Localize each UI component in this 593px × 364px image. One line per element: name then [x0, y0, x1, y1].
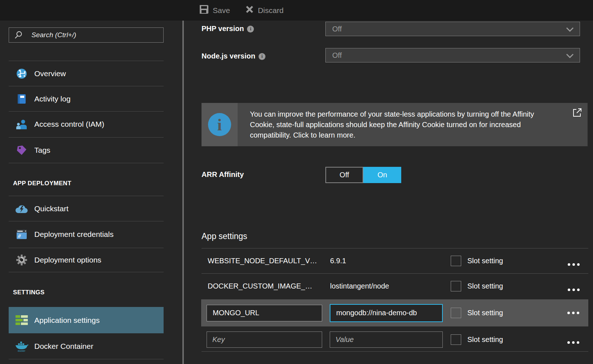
row-menu-button[interactable] [568, 263, 580, 266]
info-icon: i [247, 26, 254, 32]
tag-icon [15, 144, 29, 156]
book-icon [15, 93, 29, 105]
globe-icon [15, 68, 29, 80]
sidebar-item-label: Tags [34, 146, 50, 155]
save-label: Save [213, 6, 230, 15]
sidebar-item-activity-log[interactable]: Activity log [9, 86, 164, 111]
search-box [9, 27, 164, 43]
slot-setting-checkbox[interactable] [451, 308, 461, 318]
row-menu-button[interactable] [567, 341, 579, 344]
app-setting-row: WEBSITE_NODE_DEFAULT_V… 6.9.1 Slot setti… [202, 248, 588, 273]
divider [202, 351, 588, 352]
affinity-info-banner[interactable]: i You can improve the performance of you… [202, 103, 588, 146]
node-version-value: Off [332, 51, 342, 60]
sidebar: Overview Activity log Access control (IA… [0, 21, 182, 364]
app-setting-row: DOCKER_CUSTOM_IMAGE_… lostintangent/node… [202, 273, 588, 299]
setting-value: 6.9.1 [330, 257, 451, 265]
external-link-icon[interactable] [572, 107, 583, 118]
svg-text://: // [18, 233, 21, 239]
command-bar: Save Discard [0, 0, 593, 21]
slot-setting-checkbox[interactable] [451, 281, 461, 291]
save-icon [199, 5, 209, 16]
application-settings-panel: PHP version i Off Node.js version i Off … [184, 21, 593, 364]
app-setting-row-editing: Slot setting [201, 299, 588, 326]
sidebar-item-overview[interactable]: Overview [9, 61, 164, 86]
discard-x-icon [245, 5, 254, 16]
divider [9, 163, 164, 163]
sidebar-item-label: Quickstart [34, 204, 69, 213]
sidebar-item-tags[interactable]: Tags [9, 138, 164, 162]
sidebar-item-deployment-options[interactable]: Deployment options [9, 248, 164, 272]
sidebar-item-label: Deployment credentials [34, 230, 113, 239]
arr-affinity-on-button[interactable]: On [363, 167, 401, 183]
node-version-dropdown[interactable]: Off [325, 48, 580, 62]
sidebar-item-label: Application settings [34, 316, 100, 325]
arr-affinity-label: ARR Affinity [202, 169, 244, 179]
node-version-label-row: Node.js version i [202, 51, 265, 61]
sidebar-item-application-settings[interactable]: Application settings [9, 307, 164, 333]
divider [9, 272, 164, 272]
setting-key: DOCKER_CUSTOM_IMAGE_… [202, 282, 330, 290]
docker-caption: docker [18, 350, 26, 352]
setting-value-input[interactable] [330, 304, 443, 322]
search-input[interactable] [31, 31, 163, 39]
row-menu-button[interactable] [568, 289, 580, 291]
arr-affinity-off-button[interactable]: Off [325, 167, 363, 183]
sidebar-item-docker-container[interactable]: docker Docker Container [9, 333, 164, 359]
docker-whale-icon: docker [15, 340, 29, 352]
setting-value: lostintangent/node [330, 282, 451, 290]
app-setting-new-row: Slot setting [202, 329, 588, 350]
arr-affinity-toggle: Off On [325, 167, 401, 183]
sidebar-item-label: Docker Container [34, 342, 93, 351]
sliders-icon [15, 314, 29, 326]
slot-setting-label: Slot setting [467, 309, 503, 317]
info-icon-square: i [202, 103, 238, 146]
sidebar-item-label: Activity log [34, 95, 70, 103]
search-icon [14, 31, 23, 39]
chevron-down-icon [566, 27, 574, 32]
sidebar-item-label: Overview [34, 69, 66, 78]
slot-setting-checkbox[interactable] [451, 256, 461, 266]
new-value-input[interactable] [330, 332, 443, 348]
node-version-label: Node.js version [202, 52, 255, 60]
section-header-app-deployment: APP DEPLOYMENT [13, 180, 72, 187]
save-button[interactable]: Save [199, 5, 230, 16]
sidebar-item-label: Deployment options [34, 256, 101, 264]
info-icon: i [259, 53, 265, 60]
console-window-icon: // [15, 228, 29, 240]
sidebar-item-quickstart[interactable]: Quickstart [9, 196, 164, 221]
row-menu-button[interactable] [567, 312, 579, 314]
slot-setting-label: Slot setting [467, 257, 503, 265]
setting-key: WEBSITE_NODE_DEFAULT_V… [202, 257, 330, 265]
app-settings-title: App settings [202, 231, 247, 241]
people-icon [15, 118, 29, 130]
info-circle-icon: i [208, 113, 231, 136]
php-version-dropdown[interactable]: Off [325, 22, 580, 36]
sidebar-item-label: Access control (IAM) [34, 120, 104, 129]
slot-setting-label: Slot setting [467, 282, 503, 290]
slot-setting-label: Slot setting [467, 335, 503, 344]
php-version-value: Off [332, 25, 342, 33]
slot-setting-checkbox[interactable] [451, 334, 461, 345]
info-banner-text: You can improve the performance of your … [238, 109, 555, 140]
php-version-label-row: PHP version i [202, 23, 254, 34]
sidebar-item-access-control[interactable]: Access control (IAM) [9, 112, 164, 136]
cloud-bolt-icon [15, 203, 29, 215]
discard-button[interactable]: Discard [245, 5, 283, 16]
discard-label: Discard [258, 6, 283, 15]
sidebar-item-deployment-credentials[interactable]: // Deployment credentials [9, 221, 164, 247]
chevron-down-icon [566, 53, 574, 58]
azure-portal-app-settings-screen: Save Discard Overview [0, 0, 593, 364]
setting-key-input[interactable] [207, 305, 322, 321]
section-header-settings: SETTINGS [13, 289, 44, 296]
new-key-input[interactable] [207, 332, 322, 348]
php-version-label: PHP version [202, 25, 244, 33]
divider [9, 359, 164, 359]
gear-icon [15, 254, 29, 266]
